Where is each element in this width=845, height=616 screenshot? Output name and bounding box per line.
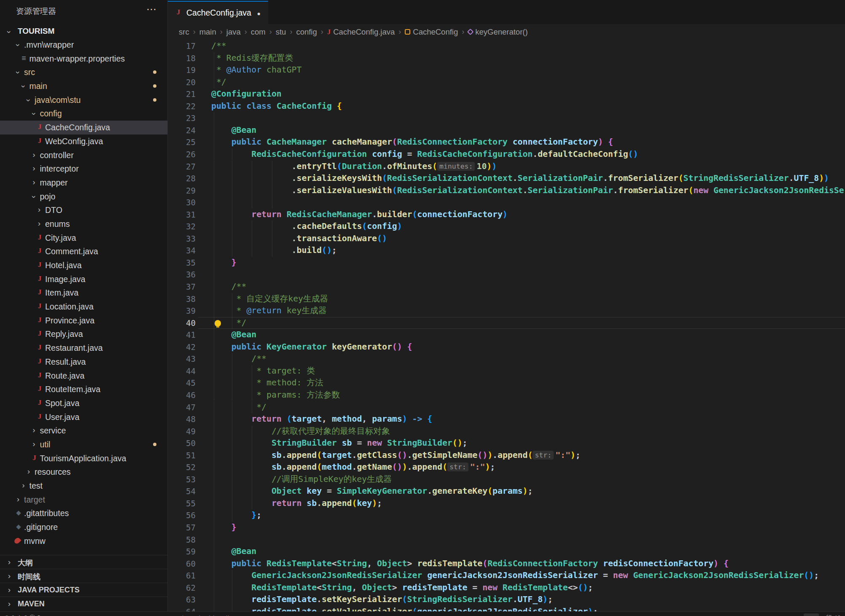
code-line-26[interactable]: 26 RedisCacheConfiguration config = Redi… bbox=[168, 148, 845, 161]
code-line-54[interactable]: 54 Object key = SimpleKeyGenerator.gener… bbox=[168, 485, 845, 498]
breadcrumb-item-src[interactable]: src bbox=[179, 27, 189, 37]
code-line-40[interactable]: 40 */ bbox=[168, 317, 845, 329]
breadcrumb-item-main[interactable]: main bbox=[199, 27, 216, 37]
chevron-right-icon[interactable]: › bbox=[25, 467, 32, 476]
code-line-51[interactable]: 51 sb.append(target.getClass().getSimple… bbox=[168, 449, 845, 462]
sidebar-item-user-java[interactable]: JUser.java bbox=[0, 410, 167, 424]
sidebar-section-maven[interactable]: ›MAVEN bbox=[0, 597, 167, 611]
code-line-23[interactable]: 23 bbox=[168, 112, 845, 124]
code-line-59[interactable]: 59 @Bean bbox=[168, 546, 845, 558]
code-line-24[interactable]: 24 @Bean bbox=[168, 124, 845, 137]
sidebar-section-outline[interactable]: ›大纲 bbox=[0, 555, 167, 569]
sidebar-item-routeitem-java[interactable]: JRouteItem.java bbox=[0, 382, 167, 396]
code-line-62[interactable]: 62 RedisTemplate<String, Object> redisTe… bbox=[168, 582, 845, 594]
sidebar-item-comment-java[interactable]: JComment.java bbox=[0, 245, 167, 258]
chevron-down-icon[interactable]: › bbox=[14, 69, 22, 76]
sidebar-item-interceptor[interactable]: ›interceptor bbox=[0, 162, 167, 176]
sidebar-item-pojo[interactable]: ›pojo bbox=[0, 190, 167, 204]
code-editor[interactable]: 17/**18 * Redis缓存配置类19 * @Author chatGPT… bbox=[168, 40, 845, 616]
status-errors-warnings[interactable]: ⊗ 0 ⚠ 0 ⓘ ↻ bbox=[4, 614, 43, 616]
search-icon[interactable]: ⌕ bbox=[804, 613, 819, 616]
project-section-header[interactable]: › TOURISM bbox=[0, 24, 167, 38]
sidebar-item-image-java[interactable]: JImage.java bbox=[0, 272, 167, 286]
sidebar-item-dto[interactable]: ›DTO bbox=[0, 203, 167, 217]
code-line-33[interactable]: 33 .transactionAware() bbox=[168, 233, 845, 245]
code-line-44[interactable]: 44 * target: 类 bbox=[168, 365, 845, 377]
sidebar-item-cacheconfig-java[interactable]: JCacheConfig.java bbox=[0, 121, 167, 134]
code-line-60[interactable]: 60 public RedisTemplate<String, Object> … bbox=[168, 558, 845, 570]
code-line-43[interactable]: 43 /** bbox=[168, 353, 845, 365]
chevron-right-icon[interactable]: › bbox=[31, 164, 38, 172]
code-line-18[interactable]: 18 * Redis缓存配置类 bbox=[168, 52, 845, 65]
code-line-17[interactable]: 17/** bbox=[168, 40, 845, 52]
sidebar-section-java-projects[interactable]: ›JAVA PROJECTS bbox=[0, 583, 167, 597]
sidebar-item-service[interactable]: ›service bbox=[0, 424, 167, 438]
sidebar-item-src[interactable]: ›src bbox=[0, 65, 167, 79]
code-line-36[interactable]: 36 bbox=[168, 269, 845, 281]
chevron-down-icon[interactable]: › bbox=[24, 97, 33, 104]
code-line-47[interactable]: 47 */ bbox=[168, 401, 845, 414]
code-line-42[interactable]: 42 public KeyGenerator keyGenerator() { bbox=[168, 341, 845, 353]
breadcrumb-item-keygenerator[interactable]: keyGenerator() bbox=[468, 27, 527, 37]
sidebar-item-spot-java[interactable]: JSpot.java bbox=[0, 396, 167, 410]
sidebar-item-location-java[interactable]: JLocation.java bbox=[0, 300, 167, 314]
code-line-56[interactable]: 56 }; bbox=[168, 509, 845, 522]
code-line-37[interactable]: 37 /** bbox=[168, 281, 845, 293]
code-line-63[interactable]: 63 redisTemplate.setKeySerializer(String… bbox=[168, 594, 845, 606]
code-line-29[interactable]: 29 .serializeValuesWith(RedisSerializati… bbox=[168, 185, 845, 197]
code-line-39[interactable]: 39 * @return key生成器 bbox=[168, 305, 845, 317]
code-line-46[interactable]: 46 * params: 方法参数 bbox=[168, 389, 845, 401]
sidebar-item-webconfig-java[interactable]: JWebConfig.java bbox=[0, 134, 167, 148]
breadcrumb-item-java[interactable]: java bbox=[226, 27, 241, 37]
breadcrumb-item-cacheconfig[interactable]: CacheConfig bbox=[405, 27, 458, 37]
sidebar-item-target[interactable]: ›target bbox=[0, 493, 167, 507]
code-line-38[interactable]: 38 * 自定义缓存key生成器 bbox=[168, 293, 845, 305]
unsaved-dot-icon[interactable]: ● bbox=[257, 10, 261, 17]
sidebar-item-controller[interactable]: ›controller bbox=[0, 148, 167, 162]
sidebar-item-java-com-stu[interactable]: ›java\com\stu bbox=[0, 93, 167, 107]
chevron-down-icon[interactable]: › bbox=[14, 42, 22, 48]
chevron-right-icon[interactable]: › bbox=[31, 440, 38, 448]
chevron-right-icon[interactable]: › bbox=[31, 426, 38, 434]
tab-cacheconfig[interactable]: J CacheConfig.java ● bbox=[168, 1, 268, 24]
code-line-25[interactable]: 25 public CacheManager cacheManager(Redi… bbox=[168, 136, 845, 148]
chevron-right-icon[interactable]: › bbox=[15, 495, 22, 503]
code-line-34[interactable]: 34 .build(); bbox=[168, 245, 845, 257]
sidebar-item-mvnw[interactable]: mvnw bbox=[0, 534, 167, 548]
sidebar-item-tourismapplication-java[interactable]: JTourismApplication.java bbox=[0, 452, 167, 465]
code-line-61[interactable]: 61 GenericJackson2JsonRedisSerializer ge… bbox=[168, 570, 845, 582]
chevron-down-icon[interactable]: › bbox=[19, 83, 28, 90]
chevron-right-icon[interactable]: › bbox=[20, 481, 27, 490]
sidebar-section-timeline[interactable]: ›时间线 bbox=[0, 569, 167, 583]
code-line-20[interactable]: 20 */ bbox=[168, 76, 845, 89]
code-line-58[interactable]: 58 bbox=[168, 534, 845, 546]
sidebar-item-result-java[interactable]: JResult.java bbox=[0, 355, 167, 369]
chevron-right-icon[interactable]: › bbox=[31, 151, 38, 159]
code-line-32[interactable]: 32 .cacheDefaults(config) bbox=[168, 221, 845, 233]
breadcrumb-item-com[interactable]: com bbox=[251, 27, 266, 37]
sidebar-item-item-java[interactable]: JItem.java bbox=[0, 286, 167, 300]
lightbulb-icon[interactable] bbox=[215, 320, 221, 326]
sidebar-item-test[interactable]: ›test bbox=[0, 479, 167, 493]
sidebar-item-route-java[interactable]: JRoute.java bbox=[0, 369, 167, 383]
sidebar-item-restaurant-java[interactable]: JRestaurant.java bbox=[0, 341, 167, 355]
sidebar-item-reply-java[interactable]: JReply.java bbox=[0, 327, 167, 341]
code-line-52[interactable]: 52 sb.append(method.getName()).append(st… bbox=[168, 461, 845, 473]
chevron-down-icon[interactable]: › bbox=[30, 193, 38, 200]
sidebar-item-hotel-java[interactable]: JHotel.java bbox=[0, 258, 167, 272]
sidebar-item-province-java[interactable]: JProvince.java bbox=[0, 314, 167, 328]
cursor-position[interactable]: 行 40 bbox=[826, 614, 841, 616]
code-line-55[interactable]: 55 return sb.append(key); bbox=[168, 498, 845, 510]
code-line-31[interactable]: 31 return RedisCacheManager.builder(conn… bbox=[168, 209, 845, 221]
sidebar-item-main[interactable]: ›main bbox=[0, 79, 167, 93]
sidebar-item-mapper[interactable]: ›mapper bbox=[0, 176, 167, 190]
sidebar-item-mvn-wrapper[interactable]: ›.mvn\wrapper bbox=[0, 38, 167, 52]
code-line-28[interactable]: 28 .serializeKeysWith(RedisSerialization… bbox=[168, 172, 845, 185]
code-line-21[interactable]: 21@Configuration bbox=[168, 88, 845, 100]
chevron-right-icon[interactable]: › bbox=[31, 178, 38, 186]
code-line-30[interactable]: 30 bbox=[168, 196, 845, 209]
sidebar-item-gitattributes[interactable]: ◆.gitattributes bbox=[0, 506, 167, 520]
breadcrumb-item-cacheconfig-java[interactable]: JCacheConfig.java bbox=[327, 27, 395, 37]
code-line-35[interactable]: 35 } bbox=[168, 257, 845, 269]
sidebar-item-util[interactable]: ›util bbox=[0, 438, 167, 452]
